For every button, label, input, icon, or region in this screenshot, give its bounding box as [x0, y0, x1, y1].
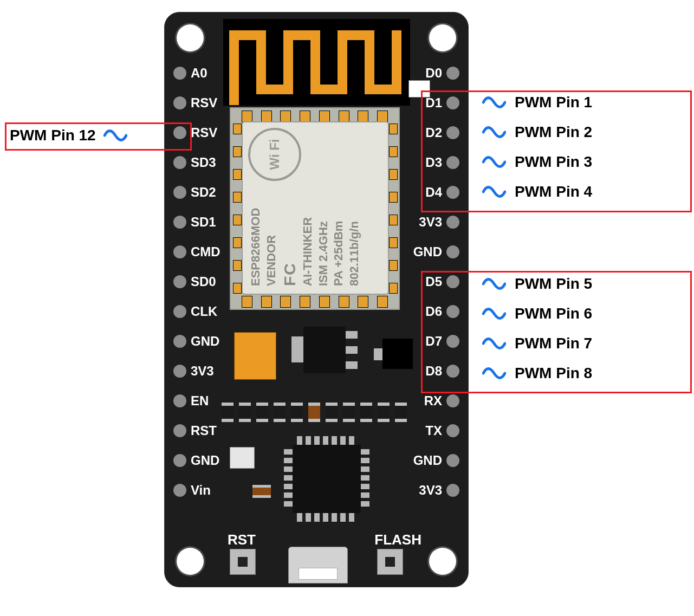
annotation-row: PWM Pin 6 — [482, 306, 592, 321]
pinout-diagram: Wi Fi ESP8266MOD VENDOR FC AI-THINKER IS… — [0, 0, 694, 616]
chip-shield: Wi Fi ESP8266MOD VENDOR FC AI-THINKER IS… — [242, 121, 389, 295]
micro-usb-port — [288, 547, 348, 583]
pin-label: A0 — [191, 66, 207, 81]
annotation-label: PWM Pin 6 — [515, 305, 592, 322]
pin-label: D0 — [425, 66, 442, 81]
pin-label: RSV — [191, 125, 217, 140]
annotation-label: PWM Pin 5 — [515, 275, 592, 293]
pin-label: RST — [191, 423, 217, 438]
sine-wave-icon — [482, 277, 506, 291]
smd-component — [252, 485, 271, 498]
annotation-row: PWM Pin 5 — [482, 276, 592, 291]
annotation-row: PWM Pin 2 — [482, 125, 592, 140]
rst-button-label: RST — [228, 531, 256, 548]
sine-wave-icon — [103, 128, 127, 142]
annotation-row: PWM Pin 1 — [482, 95, 592, 110]
pin-pad — [173, 275, 186, 288]
annotation-label: PWM Pin 8 — [515, 365, 592, 382]
pin-3v3: 3V3 — [419, 216, 459, 229]
pin-label: TX — [425, 423, 442, 438]
pin-pad — [173, 216, 186, 229]
annotation-label: PWM Pin 12 — [10, 127, 96, 144]
pin-label: EN — [191, 393, 209, 408]
pin-label: 3V3 — [419, 215, 442, 230]
esp8266-module: Wi Fi ESP8266MOD VENDOR FC AI-THINKER IS… — [230, 107, 400, 310]
pin-pad — [173, 156, 186, 169]
wifi-antenna — [223, 19, 410, 106]
pin-label: GND — [413, 244, 442, 260]
pin-pad — [446, 245, 459, 258]
pin-pad — [173, 335, 186, 348]
pin-pad — [446, 216, 459, 229]
pin-label: GND — [191, 334, 219, 349]
pin-label: 3V3 — [191, 364, 214, 379]
pin-clk: CLK — [173, 305, 217, 318]
pin-pad — [173, 67, 186, 80]
flash-button-label: FLASH — [374, 531, 421, 548]
wifi-icon: Wi Fi — [248, 128, 301, 181]
annotation-pwm12: PWM Pin 12 — [10, 127, 127, 144]
pin-pad — [173, 394, 186, 407]
sine-wave-icon — [482, 185, 506, 199]
pin-d0: D0 — [425, 67, 459, 80]
pin-label: GND — [191, 453, 219, 468]
annotation-column-top: PWM Pin 1PWM Pin 2PWM Pin 3PWM Pin 4 — [482, 95, 592, 199]
sine-wave-icon — [482, 155, 506, 169]
chip-pads — [242, 111, 388, 121]
annotation-label: PWM Pin 4 — [515, 183, 592, 200]
sine-wave-icon — [482, 125, 506, 139]
pin-pad — [173, 186, 186, 199]
pin-3v3: 3V3 — [173, 365, 214, 378]
smd-component — [230, 447, 255, 469]
pin-pad — [173, 454, 186, 467]
pin-label: 3V3 — [419, 483, 442, 498]
pin-pad — [446, 454, 459, 467]
pin-3v3: 3V3 — [419, 484, 459, 497]
pin-pad — [173, 245, 186, 258]
annotation-label: PWM Pin 1 — [515, 94, 592, 111]
chip-pads — [233, 124, 241, 294]
smd-row — [222, 403, 407, 422]
flash-button[interactable] — [377, 549, 403, 575]
mounting-hole — [429, 548, 456, 575]
pin-rx: RX — [424, 394, 459, 407]
pin-label: SD2 — [191, 185, 216, 200]
pin-sd3: SD3 — [173, 156, 216, 169]
annotation-row: PWM Pin 3 — [482, 154, 592, 170]
tantalum-capacitor — [234, 332, 276, 380]
pin-pad — [446, 67, 459, 80]
chip-ism-label: ISM 2.4GHz — [316, 130, 332, 286]
chip-pads — [389, 124, 397, 294]
pin-rst: RST — [173, 424, 217, 437]
pin-label: SD0 — [191, 274, 216, 289]
transistor — [382, 339, 413, 369]
pin-sd1: SD1 — [173, 216, 216, 229]
pin-tx: TX — [425, 424, 459, 437]
annotation-row: PWM Pin 8 — [482, 366, 592, 381]
pin-label: SD1 — [191, 215, 216, 230]
pin-pad — [173, 305, 186, 318]
annotation-label: PWM Pin 2 — [515, 124, 592, 141]
pin-label: CMD — [191, 244, 220, 260]
chip-pads — [242, 296, 388, 307]
pin-label: Vin — [191, 483, 211, 498]
sine-wave-icon — [482, 95, 506, 109]
pin-label: RX — [424, 393, 442, 408]
pin-pad — [446, 394, 459, 407]
pin-label: RSV — [191, 95, 217, 111]
pin-gnd: GND — [173, 454, 219, 467]
rst-button[interactable] — [230, 549, 256, 575]
pin-gnd: GND — [413, 245, 459, 258]
wifi-label: Wi Fi — [266, 139, 283, 170]
pin-pad — [446, 424, 459, 437]
mounting-hole — [177, 548, 204, 575]
chip-thinker-label: AI-THINKER — [300, 130, 316, 286]
annotation-row: PWM Pin 4 — [482, 184, 592, 199]
usb-chip — [293, 445, 361, 513]
pin-vin: Vin — [173, 484, 211, 497]
sine-wave-icon — [482, 307, 506, 321]
mounting-hole — [177, 24, 204, 51]
annotation-label: PWM Pin 3 — [515, 153, 592, 171]
voltage-regulator — [303, 327, 346, 373]
pin-label: SD3 — [191, 155, 216, 170]
